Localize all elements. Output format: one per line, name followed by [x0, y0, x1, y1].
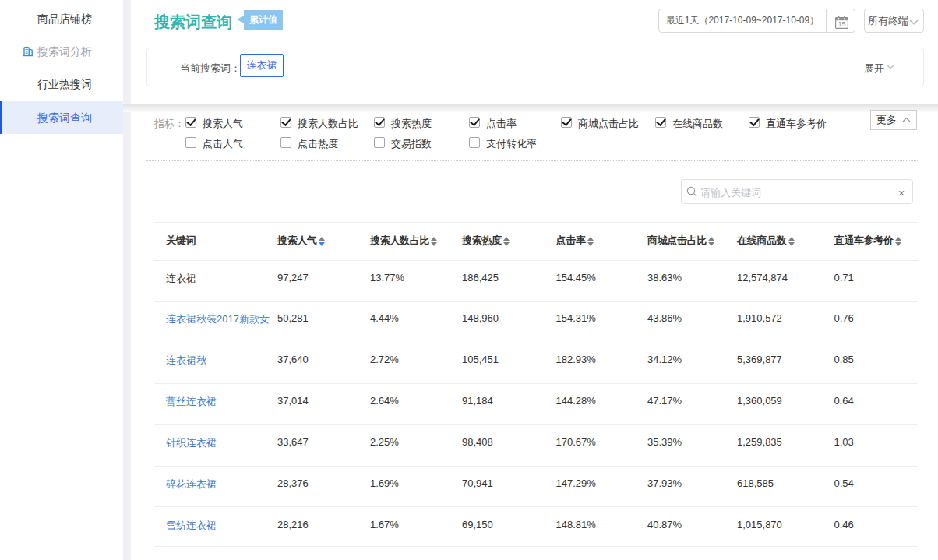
svg-text:15: 15	[838, 20, 846, 28]
